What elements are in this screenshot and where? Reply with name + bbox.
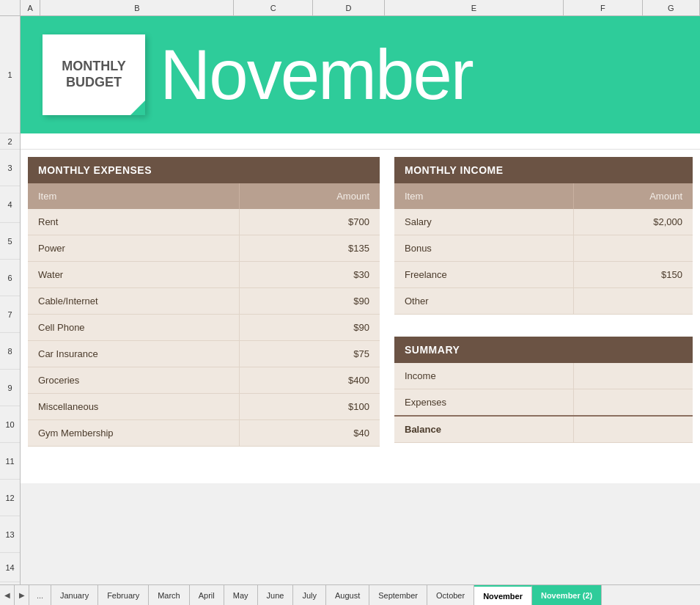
row-num-14[interactable]: 14: [0, 553, 20, 582]
expenses-title: MONTHLY EXPENSES: [28, 157, 380, 183]
row-num-9[interactable]: 9: [0, 370, 20, 406]
income-item-freelance: Freelance: [394, 262, 573, 288]
expense-item-misc: Miscellaneous: [28, 394, 239, 420]
expenses-section: MONTHLY EXPENSES Item Amount Rent $700 P…: [28, 157, 380, 447]
tab-june[interactable]: June: [258, 585, 294, 605]
income-row-salary[interactable]: Salary $2,000: [394, 209, 693, 235]
expense-item-gym: Gym Membership: [28, 420, 239, 447]
income-amount-freelance: $150: [573, 262, 693, 288]
tab-march[interactable]: March: [149, 585, 190, 605]
tab-november-2[interactable]: November (2): [532, 585, 602, 605]
row-num-7[interactable]: 7: [0, 296, 20, 333]
income-row-freelance[interactable]: Freelance $150: [394, 262, 693, 288]
summary-amount-balance: [573, 416, 693, 443]
row-num-12[interactable]: 12: [0, 480, 20, 516]
expense-row-car[interactable]: Car Insurance $75: [28, 341, 380, 367]
summary-amount-income: [573, 363, 693, 389]
corner-cell: [0, 0, 21, 15]
income-amount-other: [573, 288, 693, 315]
expense-amount-cable: $90: [239, 288, 380, 315]
summary-row-income[interactable]: Income: [394, 363, 693, 389]
row-num-5[interactable]: 5: [0, 223, 20, 260]
col-header-b[interactable]: B: [40, 0, 234, 15]
spreadsheet-app: A B C D E F G 1 2 3 4 5 6 7 8 9 10 11 12…: [0, 0, 700, 605]
row-num-2[interactable]: 2: [0, 133, 20, 150]
expense-item-car: Car Insurance: [28, 341, 239, 367]
col-header-d[interactable]: D: [313, 0, 385, 15]
expense-row-groceries[interactable]: Groceries $400: [28, 367, 380, 394]
summary-item-balance: Balance: [394, 416, 573, 443]
summary-amount-expenses: [573, 389, 693, 417]
tab-january[interactable]: January: [51, 585, 98, 605]
expense-amount-misc: $100: [239, 394, 380, 420]
col-header-e[interactable]: E: [385, 0, 564, 15]
expenses-col-amount: Amount: [239, 183, 380, 209]
expense-row-gym[interactable]: Gym Membership $40: [28, 420, 380, 447]
expense-item-cable: Cable/Internet: [28, 288, 239, 315]
sheet-body: 1 2 3 4 5 6 7 8 9 10 11 12 13 14 MONTHLY…: [0, 16, 700, 584]
expense-row-water[interactable]: Water $30: [28, 262, 380, 288]
row-2-spacer: [21, 133, 700, 150]
expense-row-misc[interactable]: Miscellaneous $100: [28, 394, 380, 420]
column-headers: A B C D E F G: [0, 0, 700, 16]
expenses-col-headers: Item Amount: [28, 183, 380, 209]
summary-item-income: Income: [394, 363, 573, 389]
expenses-table: MONTHLY EXPENSES Item Amount Rent $700 P…: [28, 157, 380, 447]
income-col-headers: Item Amount: [394, 183, 693, 209]
income-row-other[interactable]: Other: [394, 288, 693, 315]
expense-amount-gym: $40: [239, 420, 380, 447]
expense-row-rent[interactable]: Rent $700: [28, 209, 380, 235]
expense-item-water: Water: [28, 262, 239, 288]
expenses-header: MONTHLY EXPENSES: [28, 157, 380, 183]
expense-item-groceries: Groceries: [28, 367, 239, 394]
tab-nav-right[interactable]: ▶: [15, 585, 29, 605]
month-title: November: [160, 40, 473, 110]
col-header-a[interactable]: A: [21, 0, 40, 15]
row-num-8[interactable]: 8: [0, 333, 20, 370]
empty-rows-area: [21, 454, 700, 483]
income-col-amount: Amount: [573, 183, 693, 209]
tab-february[interactable]: February: [98, 585, 149, 605]
tab-july[interactable]: July: [293, 585, 326, 605]
row-num-6[interactable]: 6: [0, 260, 20, 296]
row-num-4[interactable]: 4: [0, 186, 20, 223]
summary-row-expenses[interactable]: Expenses: [394, 389, 693, 417]
expense-row-cable[interactable]: Cable/Internet $90: [28, 288, 380, 315]
row-num-1[interactable]: 1: [0, 16, 20, 133]
summary-row-balance[interactable]: Balance: [394, 416, 693, 443]
tab-april[interactable]: April: [190, 585, 224, 605]
sheet-content: MONTHLYBUDGET November MONTHLY EXPENSES …: [21, 16, 700, 584]
tab-september[interactable]: September: [369, 585, 427, 605]
summary-table: SUMMARY Income Expenses Balance: [394, 337, 693, 443]
expense-item-power: Power: [28, 235, 239, 262]
row-num-3[interactable]: 3: [0, 150, 20, 186]
expense-row-power[interactable]: Power $135: [28, 235, 380, 262]
income-title: MONTHLY INCOME: [394, 157, 693, 183]
expense-amount-rent: $700: [239, 209, 380, 235]
col-header-f[interactable]: F: [564, 0, 643, 15]
tab-nav-left[interactable]: ◀: [0, 585, 15, 605]
row-num-13[interactable]: 13: [0, 516, 20, 553]
income-row-bonus[interactable]: Bonus: [394, 235, 693, 262]
tab-october[interactable]: October: [427, 585, 474, 605]
row-num-10[interactable]: 10: [0, 406, 20, 443]
income-col-item: Item: [394, 183, 573, 209]
badge-text: MONTHLYBUDGET: [62, 59, 125, 90]
income-amount-bonus: [573, 235, 693, 262]
tab-may[interactable]: May: [224, 585, 258, 605]
row-num-11[interactable]: 11: [0, 443, 20, 480]
header-banner: MONTHLYBUDGET November: [21, 16, 700, 133]
summary-header: SUMMARY: [394, 337, 693, 363]
expense-row-cell[interactable]: Cell Phone $90: [28, 315, 380, 341]
right-section: MONTHLY INCOME Item Amount Salary $2,000…: [380, 157, 693, 447]
tab-august[interactable]: August: [326, 585, 369, 605]
tab-ellipsis[interactable]: ...: [29, 585, 51, 605]
tab-november[interactable]: November: [474, 585, 532, 605]
expense-amount-water: $30: [239, 262, 380, 288]
col-header-c[interactable]: C: [234, 0, 313, 15]
summary-item-expenses: Expenses: [394, 389, 573, 417]
row-numbers: 1 2 3 4 5 6 7 8 9 10 11 12 13 14: [0, 16, 21, 584]
expenses-col-item: Item: [28, 183, 239, 209]
col-header-g[interactable]: G: [643, 0, 700, 15]
expense-amount-car: $75: [239, 341, 380, 367]
